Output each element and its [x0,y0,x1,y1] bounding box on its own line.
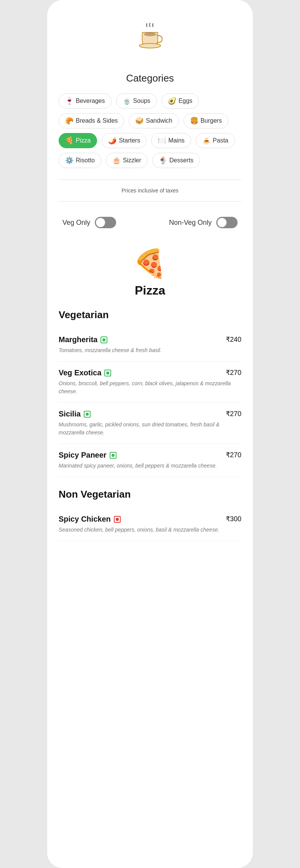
eggs-icon: 🥑 [168,97,176,105]
eggs-label: Eggs [179,98,192,104]
desserts-icon: 🍨 [159,156,167,165]
spicy-paneer-name: Spicy Paneer [59,451,107,460]
pizza-section-emoji: 🍕 [59,247,241,280]
pasta-icon: 🍝 [202,136,211,145]
veg-only-toggle[interactable] [95,217,116,228]
category-chip-mains[interactable]: 🍽️ Mains [151,133,191,148]
svg-point-0 [139,43,161,48]
pizza-section-header: 🍕 Pizza [59,247,241,298]
bottom-divider [59,201,241,202]
spicy-paneer-price: ₹270 [226,451,241,459]
veg-exotica-veg-icon [104,370,111,376]
category-chip-pasta[interactable]: 🍝 Pasta [196,133,235,148]
margherita-price: ₹240 [226,335,241,344]
burgers-icon: 🍔 [190,117,198,125]
category-chip-eggs[interactable]: 🥑 Eggs [161,93,199,109]
non-vegetarian-section: Non Vegetarian Spicy Chicken ₹300 Season… [59,488,241,541]
pizza-section-title: Pizza [59,283,241,298]
sizzler-label: Sizzler [123,157,141,164]
category-chip-risotto[interactable]: ⚙️ Risotto [59,153,101,168]
margherita-name-wrap: Margherita [59,335,107,344]
category-chip-beverages[interactable]: 🍷 Beverages [59,93,112,109]
spicy-chicken-desc: Seasoned chicken, bell peppers, onions, … [59,526,241,534]
sicilia-desc: Mushrooms, garlic, pickled onions, sun d… [59,421,241,437]
top-divider [59,179,241,180]
veg-toggle-group: Veg Only [62,217,116,228]
margherita-desc: Tomatoes, mozzarella cheese & fresh basi… [59,346,241,354]
spicy-chicken-nonveg-icon [114,516,121,523]
spicy-chicken-name-wrap: Spicy Chicken [59,515,121,524]
pizza-chip-icon: 🍕 [65,136,73,145]
phone-container: Categories 🍷 Beverages 🍵 Soups 🥑 Eggs 🥐 … [47,0,253,868]
category-chip-soups[interactable]: 🍵 Soups [116,93,157,109]
categories-title: Categories [59,72,241,84]
category-chip-starters[interactable]: 🌶️ Starters [102,133,147,148]
breads-label: Breads & Sides [76,117,118,124]
spicy-paneer-desc: Marinated spicy paneer, onions, bell pep… [59,462,241,470]
beverages-label: Beverages [76,98,105,104]
spicy-chicken-price: ₹300 [226,515,241,523]
veg-exotica-row: Veg Exotica ₹270 [59,368,241,377]
soups-label: Soups [133,98,150,104]
spicy-paneer-row: Spicy Paneer ₹270 [59,451,241,460]
desserts-label: Desserts [169,157,193,164]
risotto-label: Risotto [76,157,95,164]
restaurant-logo-icon [135,23,165,57]
mains-label: Mains [168,137,185,144]
category-chip-pizza[interactable]: 🍕 Pizza [59,133,97,148]
filter-toggle-row: Veg Only Non-Veg Only [59,209,241,236]
nonveg-toggle-group: Non-Veg Only [169,217,238,228]
sicilia-row: Sicilia ₹270 [59,410,241,418]
food-item-sicilia: Sicilia ₹270 Mushrooms, garlic, pickled … [59,403,241,444]
risotto-icon: ⚙️ [65,156,73,165]
nonveg-only-label: Non-Veg Only [169,219,212,227]
veg-exotica-desc: Onions, broccoli, bell peppers, corn, bl… [59,380,241,396]
food-item-spicy-paneer: Spicy Paneer ₹270 Marinated spicy paneer… [59,444,241,477]
logo-area [59,23,241,57]
category-chip-breads-sides[interactable]: 🥐 Breads & Sides [59,113,124,128]
spicy-paneer-name-wrap: Spicy Paneer [59,451,116,460]
margherita-row: Margherita ₹240 [59,335,241,344]
veg-exotica-name-wrap: Veg Exotica [59,368,111,377]
taxes-note: Prices inclusive of taxes [59,187,241,194]
food-item-spicy-chicken: Spicy Chicken ₹300 Seasoned chicken, bel… [59,508,241,541]
category-chip-sizzler[interactable]: 🎂 Sizzler [106,153,148,168]
mains-icon: 🍽️ [158,136,166,145]
food-item-margherita: Margherita ₹240 Tomatoes, mozzarella che… [59,328,241,362]
category-chip-desserts[interactable]: 🍨 Desserts [152,153,200,168]
nonveg-only-toggle[interactable] [216,217,238,228]
spicy-paneer-veg-icon [110,452,116,459]
starters-icon: 🌶️ [108,136,116,145]
category-chip-burgers[interactable]: 🍔 Burgers [184,113,228,128]
category-chip-sandwich[interactable]: 🥪 Sandwich [129,113,179,128]
burgers-label: Burgers [201,117,222,124]
non-vegetarian-section-title: Non Vegetarian [59,488,241,500]
spicy-chicken-row: Spicy Chicken ₹300 [59,515,241,524]
pizza-chip-label: Pizza [76,137,91,144]
starters-label: Starters [119,137,140,144]
sicilia-name-wrap: Sicilia [59,410,91,418]
margherita-name: Margherita [59,335,97,344]
sicilia-name: Sicilia [59,410,81,418]
sicilia-price: ₹270 [226,410,241,418]
margherita-veg-icon [101,336,107,343]
spicy-chicken-name: Spicy Chicken [59,515,111,524]
categories-grid: 🍷 Beverages 🍵 Soups 🥑 Eggs 🥐 Breads & Si… [59,93,241,168]
beverages-icon: 🍷 [65,97,73,105]
food-item-veg-exotica: Veg Exotica ₹270 Onions, broccoli, bell … [59,362,241,403]
veg-only-label: Veg Only [62,219,90,227]
soups-icon: 🍵 [123,97,131,105]
svg-point-1 [144,32,156,36]
sizzler-icon: 🎂 [112,156,121,165]
vegetarian-section: Vegetarian Margherita ₹240 Tomatoes, moz… [59,309,241,477]
sicilia-veg-icon [84,411,91,418]
sandwich-label: Sandwich [146,117,172,124]
veg-exotica-price: ₹270 [226,368,241,377]
vegetarian-section-title: Vegetarian [59,309,241,321]
pasta-label: Pasta [213,137,228,144]
veg-exotica-name: Veg Exotica [59,368,101,377]
sandwich-icon: 🥪 [135,117,144,125]
breads-icon: 🥐 [65,117,73,125]
